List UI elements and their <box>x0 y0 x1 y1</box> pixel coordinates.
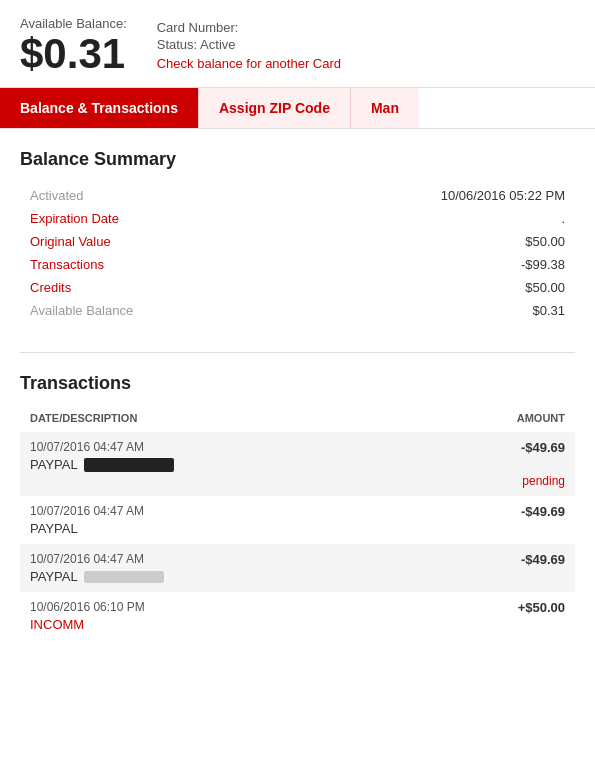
txn-desc: INCOMM <box>30 617 565 632</box>
header-section: Available Balance: $0.31 Card Number: St… <box>0 0 595 87</box>
tab-manage[interactable]: Man <box>350 88 419 128</box>
txn-desc: PAYPAL <box>30 569 565 584</box>
txn-amount: -$49.69 <box>521 504 565 519</box>
summary-value-expiration: . <box>561 211 565 226</box>
summary-row-original-value: Original Value $50.00 <box>20 230 575 253</box>
txn-amount: -$49.69 <box>521 552 565 567</box>
summary-label-activated: Activated <box>30 188 83 203</box>
transaction-row: 10/07/2016 04:47 AM -$49.69 PAYPAL <box>20 496 575 544</box>
redacted-block <box>84 458 174 472</box>
txn-date: 10/07/2016 04:47 AM <box>30 440 144 454</box>
txn-date: 10/07/2016 04:47 AM <box>30 552 144 566</box>
transactions-title: Transactions <box>20 373 575 394</box>
txn-desc: PAYPAL <box>30 521 565 536</box>
txn-date: 10/07/2016 04:47 AM <box>30 504 144 518</box>
txn-top: 10/07/2016 04:47 AM -$49.69 <box>30 440 565 455</box>
summary-row-credits: Credits $50.00 <box>20 276 575 299</box>
card-info: Card Number: Status: Active Check balanc… <box>157 16 341 71</box>
status-label: Status: <box>157 37 197 52</box>
summary-label-transactions[interactable]: Transactions <box>30 257 104 272</box>
txn-top: 10/06/2016 06:10 PM +$50.00 <box>30 600 565 615</box>
txn-pending: pending <box>30 474 565 488</box>
txn-merchant: PAYPAL <box>30 457 78 472</box>
transaction-row: 10/07/2016 04:47 AM -$49.69 PAYPAL pendi… <box>20 432 575 496</box>
balance-summary-title: Balance Summary <box>20 149 575 170</box>
balance-left: Available Balance: $0.31 <box>20 16 127 77</box>
redacted-block-sm <box>84 571 164 583</box>
txn-amount: -$49.69 <box>521 440 565 455</box>
transactions-header: DATE/DESCRIPTION AMOUNT <box>20 408 575 428</box>
summary-value-activated: 10/06/2016 05:22 PM <box>441 188 565 203</box>
summary-row-available-balance: Available Balance $0.31 <box>20 299 575 322</box>
available-balance-label: Available Balance: <box>20 16 127 31</box>
tabs-row: Balance & Transactions Assign ZIP Code M… <box>0 87 595 129</box>
section-divider <box>20 352 575 353</box>
summary-row-activated: Activated 10/06/2016 05:22 PM <box>20 184 575 207</box>
summary-label-original-value[interactable]: Original Value <box>30 234 111 249</box>
balance-amount: $0.31 <box>20 31 127 77</box>
tab-balance-transactions[interactable]: Balance & Transactions <box>0 88 198 128</box>
balance-summary: Balance Summary Activated 10/06/2016 05:… <box>20 149 575 322</box>
transaction-row: 10/07/2016 04:47 AM -$49.69 PAYPAL <box>20 544 575 592</box>
tab-assign-zip[interactable]: Assign ZIP Code <box>198 88 350 128</box>
summary-value-original-value: $50.00 <box>525 234 565 249</box>
summary-value-credits: $50.00 <box>525 280 565 295</box>
txn-date: 10/06/2016 06:10 PM <box>30 600 145 614</box>
col-amount: AMOUNT <box>517 412 565 424</box>
summary-label-available-balance: Available Balance <box>30 303 133 318</box>
txn-top: 10/07/2016 04:47 AM -$49.69 <box>30 504 565 519</box>
txn-merchant: PAYPAL <box>30 521 78 536</box>
txn-top: 10/07/2016 04:47 AM -$49.69 <box>30 552 565 567</box>
txn-desc: PAYPAL <box>30 457 565 472</box>
status-value: Active <box>200 37 235 52</box>
card-number-label: Card Number: <box>157 20 341 35</box>
transaction-row: 10/06/2016 06:10 PM +$50.00 INCOMM <box>20 592 575 640</box>
summary-label-expiration[interactable]: Expiration Date <box>30 211 119 226</box>
transactions-section: Transactions DATE/DESCRIPTION AMOUNT 10/… <box>20 373 575 640</box>
txn-merchant: PAYPAL <box>30 569 78 584</box>
summary-row-expiration: Expiration Date . <box>20 207 575 230</box>
summary-label-credits[interactable]: Credits <box>30 280 71 295</box>
status-row: Status: Active <box>157 37 341 52</box>
col-date-desc: DATE/DESCRIPTION <box>30 412 137 424</box>
txn-amount: +$50.00 <box>518 600 565 615</box>
check-balance-link[interactable]: Check balance for another Card <box>157 56 341 71</box>
summary-value-transactions: -$99.38 <box>521 257 565 272</box>
main-content: Balance Summary Activated 10/06/2016 05:… <box>0 129 595 640</box>
summary-row-transactions: Transactions -$99.38 <box>20 253 575 276</box>
summary-value-available-balance: $0.31 <box>532 303 565 318</box>
txn-merchant-link[interactable]: INCOMM <box>30 617 84 632</box>
